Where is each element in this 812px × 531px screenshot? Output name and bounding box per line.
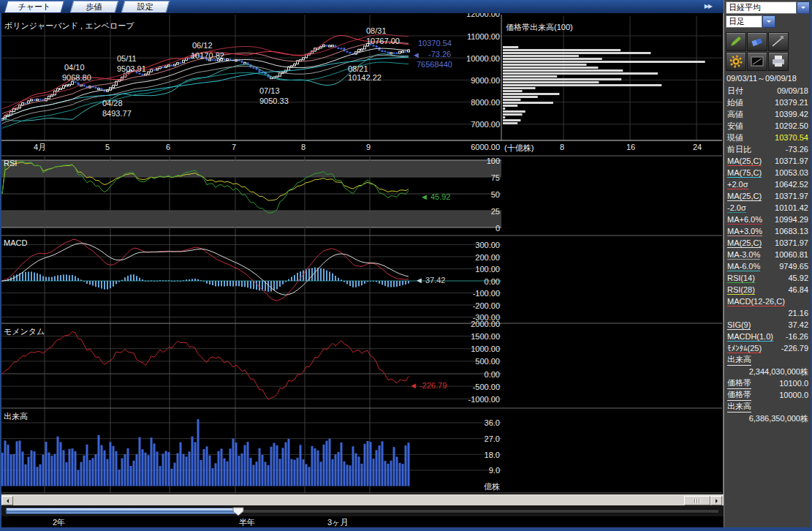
volume-unit-label: 億株 bbox=[449, 482, 500, 491]
chart-annotation: 10142.22 bbox=[348, 73, 382, 82]
period-dropdown-button[interactable] bbox=[762, 15, 775, 28]
indicator-value: 10371.97 bbox=[762, 238, 808, 247]
slider-handle[interactable] bbox=[232, 506, 244, 516]
chart-annotation: 04/28 bbox=[102, 99, 123, 108]
tool-button-settings[interactable] bbox=[726, 52, 746, 71]
last-value-marker: ◄ 45.92 bbox=[420, 192, 450, 201]
axis-label: 10000.00 bbox=[449, 54, 500, 63]
indicator-value: -16.26 bbox=[773, 332, 808, 341]
quote-sidebar: 日経平均 日足 09/03/11～09/09/18 日付09/09/18始値10… bbox=[724, 0, 811, 527]
scroll-right-button[interactable] bbox=[710, 496, 722, 505]
pencil-icon bbox=[729, 35, 743, 48]
sidebar-row: 前日比-73.26 bbox=[724, 143, 811, 155]
momentum-panel-title: モメンタム bbox=[4, 326, 45, 337]
tool-button-eraser[interactable] bbox=[747, 32, 767, 51]
chart-canvas[interactable] bbox=[0, 13, 724, 494]
sidebar-row: 安値10292.50 bbox=[724, 120, 811, 132]
tab-settings[interactable]: 設定 bbox=[121, 1, 170, 12]
indicator-label[interactable]: MA+6.0% bbox=[727, 215, 762, 225]
pbv-unit-label: (十億株) bbox=[504, 143, 534, 154]
period-select[interactable]: 日足 bbox=[726, 15, 762, 28]
axis-label: 7000.00 bbox=[449, 120, 500, 129]
tool-button-pencil[interactable] bbox=[726, 32, 746, 51]
indicator-label[interactable]: MACDH(1.0) bbox=[727, 332, 773, 342]
period-label-2y: 2年 bbox=[53, 517, 65, 528]
indicator-value: 10060.81 bbox=[760, 250, 808, 259]
indicator-label[interactable]: MA-6.0% bbox=[727, 262, 760, 271]
symbol-combo: 日経平均 bbox=[726, 1, 810, 14]
indicator-label: 高値 bbox=[727, 109, 743, 120]
indicator-value: 9749.65 bbox=[760, 262, 808, 271]
indicator-label[interactable]: MA+3.0% bbox=[727, 227, 762, 236]
symbol-select[interactable]: 日経平均 bbox=[726, 1, 797, 14]
axis-label: 500.00 bbox=[449, 357, 500, 366]
axis-label: 300.00 bbox=[449, 241, 500, 249]
indicator-label[interactable]: 価格帯 bbox=[727, 389, 751, 401]
period-combo: 日足 bbox=[726, 15, 775, 28]
tab-overflow-icon[interactable]: ▶▶ bbox=[705, 3, 712, 10]
indicator-label[interactable]: RSI(28) bbox=[727, 285, 755, 295]
axis-label: 8 bbox=[560, 143, 564, 151]
sidebar-row: MA(25,C)10371.97 bbox=[724, 237, 811, 249]
tab-chart-label: チャート bbox=[7, 1, 62, 12]
month-label: 5 bbox=[105, 143, 110, 151]
indicator-value: 10371.97 bbox=[762, 157, 808, 165]
sidebar-row: MA+6.0%10994.29 bbox=[724, 214, 811, 225]
indicator-label: 安値 bbox=[727, 121, 743, 132]
sidebar-row: 高値10399.42 bbox=[724, 108, 811, 120]
tool-button-trendline[interactable] bbox=[768, 32, 789, 51]
sidebar-row: SIG(9)37.42 bbox=[724, 319, 811, 331]
left-arrow-icon bbox=[4, 499, 9, 503]
indicator-label[interactable]: MA-3.0% bbox=[727, 250, 760, 260]
axis-label: 9.0 bbox=[449, 466, 500, 475]
chart-annotation: 04/10 bbox=[64, 63, 85, 72]
tab-tick[interactable]: 歩値 bbox=[70, 1, 119, 12]
tab-chart[interactable]: チャート bbox=[4, 1, 65, 12]
month-label: 9 bbox=[366, 143, 371, 151]
axis-label: 24 bbox=[693, 143, 702, 151]
indicator-label[interactable]: MACD(12-26,C) bbox=[727, 297, 785, 306]
indicator-value: 10370.54 bbox=[743, 133, 808, 142]
axis-label: 100 bbox=[449, 157, 500, 165]
indicator-label[interactable]: ﾓﾒﾝﾀﾑ(25) bbox=[727, 344, 762, 353]
chart-annotation: 06/12 bbox=[192, 41, 213, 50]
indicator-label[interactable]: 価格帯 bbox=[727, 377, 751, 389]
indicator-value: 10399.42 bbox=[743, 110, 808, 118]
indicator-value: 09/09/18 bbox=[743, 86, 808, 95]
right-arrow-icon bbox=[716, 499, 720, 503]
indicator-label[interactable]: MA(75,C) bbox=[727, 168, 762, 178]
indicator-label[interactable]: MA(25,C) bbox=[727, 192, 762, 201]
indicator-value: 6,386,350,000株 bbox=[727, 413, 808, 424]
indicator-label: 前日比 bbox=[727, 144, 751, 155]
indicator-label[interactable]: RSI(14) bbox=[727, 274, 755, 283]
period-label-6m: 半年 bbox=[239, 517, 255, 528]
tool-button-chart-window[interactable] bbox=[747, 52, 767, 71]
horizontal-scrollbar[interactable] bbox=[0, 494, 724, 505]
tab-settings-label: 設定 bbox=[124, 1, 167, 12]
indicator-label[interactable]: MA(25,C) bbox=[727, 238, 762, 248]
axis-label: 1000.00 bbox=[449, 344, 500, 353]
scroll-left-button[interactable] bbox=[1, 496, 13, 505]
chart-annotation: 05/11 bbox=[117, 54, 137, 63]
indicator-label[interactable]: 出来高 bbox=[727, 401, 751, 413]
indicator-value: 10642.52 bbox=[748, 180, 808, 189]
axis-label: 6000.00 bbox=[449, 143, 500, 151]
indicator-value: 10994.29 bbox=[762, 215, 808, 224]
indicator-label[interactable]: MA(25,C) bbox=[727, 157, 762, 166]
scrollbar-thumb[interactable] bbox=[684, 496, 710, 505]
sidebar-row: 日付09/09/18 bbox=[724, 85, 811, 97]
indicator-label[interactable]: 出来高 bbox=[727, 354, 751, 366]
quote-rows: 日付09/09/18始値10379.21高値10399.42安値10292.50… bbox=[724, 85, 811, 424]
main-chart-title: ボリンジャーバンド , エンベロープ bbox=[4, 20, 134, 31]
sidebar-row: 2,344,030,000株 bbox=[724, 366, 811, 377]
axis-label: 16 bbox=[626, 143, 635, 151]
indicator-label[interactable]: -2.0σ bbox=[727, 203, 746, 213]
indicator-label[interactable]: SIG(9) bbox=[727, 320, 751, 330]
tool-button-print[interactable] bbox=[768, 52, 789, 71]
month-label: 4月 bbox=[34, 143, 46, 151]
indicator-label[interactable]: +2.0σ bbox=[727, 180, 748, 189]
sidebar-row: MACDH(1.0)-16.26 bbox=[724, 331, 811, 342]
axis-label: 200.00 bbox=[449, 253, 500, 262]
chevron-down-icon bbox=[801, 7, 805, 11]
symbol-dropdown-button[interactable] bbox=[797, 1, 810, 14]
